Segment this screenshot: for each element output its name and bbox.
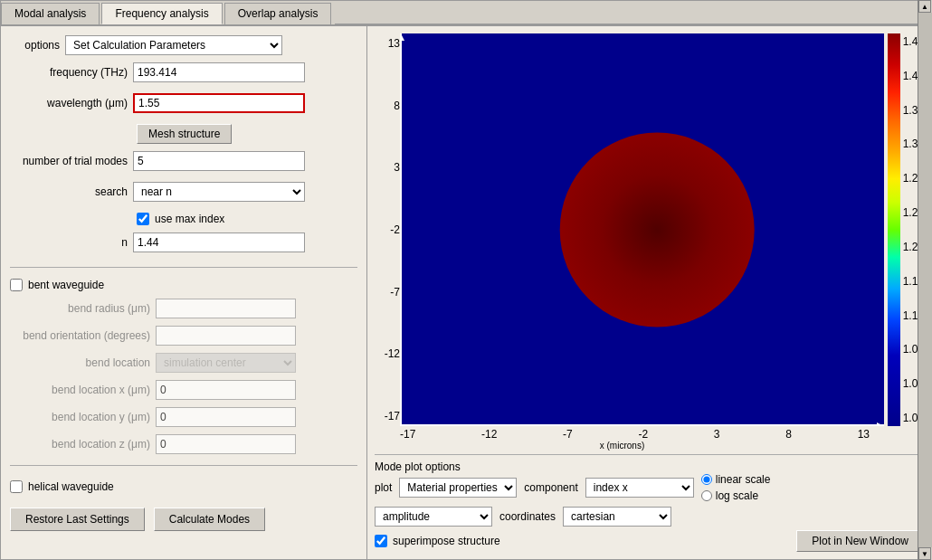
mode-row-2: amplitude coordinates cartesian [375, 507, 924, 527]
tab-bar: Modal analysis Frequency analysis Overla… [1, 1, 931, 26]
wavelength-row: wavelength (μm) [10, 93, 357, 113]
options-row: options Set Calculation Parameters [10, 35, 357, 55]
trial-modes-label: number of trial modes [10, 155, 128, 167]
bent-waveguide-row: bent waveguide [10, 279, 357, 291]
use-max-index-checkbox[interactable] [137, 213, 149, 225]
linear-scale-text: linear scale [716, 473, 771, 486]
n-input [133, 233, 305, 252]
mode-options-bottom: superimpose structure Plot in New Window [375, 530, 924, 552]
superimpose-checkbox[interactable] [375, 535, 387, 547]
x-tick-n17: -17 [400, 428, 415, 441]
search-label: search [10, 185, 128, 198]
y-axis-line [400, 33, 402, 426]
coordinates-select[interactable]: cartesian [563, 507, 671, 527]
bend-location-x-row: bend location x (μm) [10, 380, 357, 400]
tab-frequency-analysis[interactable]: Frequency analysis [101, 3, 222, 24]
x-tick-n2: -2 [638, 428, 648, 441]
calculate-modes-button[interactable]: Calculate Modes [154, 508, 265, 531]
superimpose-label: superimpose structure [393, 535, 500, 547]
plot-wrapper: 13 8 3 -2 -7 -12 -17 [375, 33, 924, 451]
x-axis-labels: -17 -12 -7 -2 3 8 13 [375, 426, 870, 441]
plot-new-window-button[interactable]: Plot in New Window [796, 530, 924, 552]
y-tick-13: 13 [375, 37, 400, 50]
y-tick-3: 3 [375, 161, 400, 174]
log-scale-label[interactable]: log scale [701, 489, 771, 502]
bend-location-z-label: bend location z (μm) [10, 438, 150, 451]
use-max-index-label: use max index [155, 213, 224, 225]
y-tick-n7: -7 [375, 286, 400, 299]
left-panel: options Set Calculation Parameters frequ… [1, 26, 367, 559]
y-tick-n12: -12 [375, 347, 400, 360]
main-container: Modal analysis Frequency analysis Overla… [0, 0, 932, 560]
options-select[interactable]: Set Calculation Parameters [65, 35, 282, 55]
search-select[interactable]: near n [133, 182, 305, 202]
bent-waveguide-checkbox[interactable] [10, 279, 23, 291]
plot-type-select[interactable]: Material properties [399, 478, 517, 498]
wavelength-input[interactable] [133, 93, 305, 113]
mesh-btn-row: Mesh structure [10, 124, 357, 144]
frequency-input[interactable] [133, 62, 305, 82]
x-tick-n12: -12 [481, 428, 497, 441]
trial-modes-input[interactable] [133, 151, 305, 171]
bend-location-row: bend location simulation center [10, 353, 357, 373]
right-panel: 13 8 3 -2 -7 -12 -17 [367, 26, 931, 559]
bend-location-x-input [156, 380, 296, 400]
helical-waveguide-label: helical waveguide [28, 480, 114, 493]
bottom-buttons: Restore Last Settings Calculate Modes [10, 508, 357, 531]
mode-row-1: plot Material properties component index… [375, 473, 924, 502]
vertical-scrollbar[interactable]: ▲ ▼ [918, 26, 931, 559]
scroll-down-button[interactable]: ▼ [918, 547, 931, 559]
axes-wrapper: 13 8 3 -2 -7 -12 -17 [375, 33, 924, 451]
bend-location-x-label: bend location x (μm) [10, 384, 150, 396]
y-tick-n17: -17 [375, 410, 400, 422]
mode-plot-rows: plot Material properties component index… [375, 473, 924, 527]
bend-radius-label: bend radius (μm) [10, 302, 150, 315]
helical-waveguide-checkbox[interactable] [10, 480, 23, 493]
component-label: component [524, 481, 577, 494]
x-tick-n7: -7 [563, 428, 573, 441]
frequency-label: frequency (THz) [10, 66, 128, 79]
x-tick-3: 3 [714, 428, 720, 441]
scroll-thumb [918, 26, 931, 547]
mode-plot-options: Mode plot options plot Material properti… [375, 454, 924, 552]
linear-scale-radio[interactable] [701, 474, 712, 485]
frequency-row: frequency (THz) [10, 62, 357, 82]
n-row: n [10, 233, 357, 252]
bend-location-y-input [156, 407, 296, 427]
x-axis-arrow [877, 422, 884, 426]
superimpose-row: superimpose structure [375, 535, 500, 547]
circle-structure [560, 133, 755, 327]
y-axis-arrow [400, 33, 404, 41]
y-tick-8: 8 [375, 100, 400, 112]
mesh-structure-button[interactable]: Mesh structure [137, 124, 232, 144]
x-tick-13: 13 [858, 428, 870, 441]
plot-canvas [400, 33, 884, 426]
bend-orientation-label: bend orientation (degrees) [10, 329, 150, 342]
plot-label: plot [375, 481, 392, 494]
bend-radius-input [156, 299, 296, 318]
helical-waveguide-row: helical waveguide [10, 480, 357, 493]
y-axis-labels: 13 8 3 -2 -7 -12 -17 [375, 33, 400, 426]
bend-location-z-input [156, 434, 296, 454]
linear-scale-label[interactable]: linear scale [701, 473, 771, 486]
mode-plot-title: Mode plot options [375, 460, 461, 473]
log-scale-text: log scale [716, 489, 758, 502]
x-axis-line [400, 424, 884, 426]
tab-overlap-analysis[interactable]: Overlap analysis [224, 3, 332, 24]
component-select[interactable]: index x [585, 478, 694, 498]
bend-radius-row: bend radius (μm) [10, 299, 357, 318]
amplitude-select[interactable]: amplitude [375, 507, 492, 527]
bend-orientation-row: bend orientation (degrees) [10, 326, 357, 346]
restore-settings-button[interactable]: Restore Last Settings [10, 508, 145, 531]
search-row: search near n [10, 182, 357, 202]
bend-location-select: simulation center [156, 353, 296, 373]
content-area: options Set Calculation Parameters frequ… [1, 26, 931, 559]
wavelength-label: wavelength (μm) [10, 97, 128, 109]
bend-location-label: bend location [10, 356, 150, 369]
bent-waveguide-label: bent waveguide [28, 279, 104, 291]
log-scale-radio[interactable] [701, 490, 712, 501]
y-tick-n2: -2 [375, 223, 400, 236]
x-axis-title: x (microns) [375, 441, 870, 451]
bend-location-y-row: bend location y (μm) [10, 407, 357, 427]
tab-modal-analysis[interactable]: Modal analysis [1, 3, 100, 24]
